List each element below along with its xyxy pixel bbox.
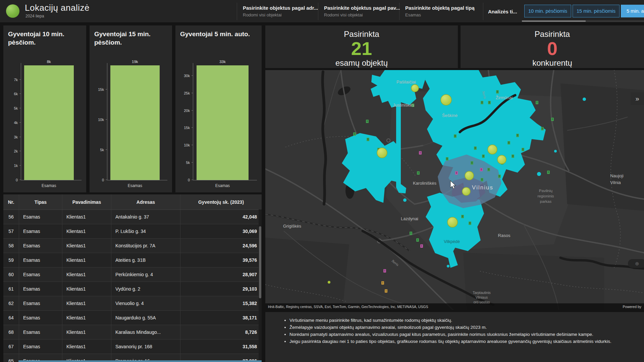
axis-tick-label: 15k (176, 126, 190, 130)
indicator-title: Pasirinkta (344, 29, 379, 39)
table-cell: Klientas1 (62, 224, 111, 238)
filter-label: Pasirinkite objektus pagal pav... (324, 5, 400, 11)
table-cell: 57 (3, 224, 19, 238)
filter-dropdown-type[interactable]: Pasirinkite objektą pagal tipą Esamas (405, 0, 481, 22)
table-cell: 39,576 (180, 253, 262, 267)
forest-area (265, 238, 349, 310)
time-button-15min[interactable]: 15 min. pėsčiomis (573, 5, 620, 17)
bar-value-label: 8k (24, 60, 74, 64)
table-row[interactable]: 67EsamasKlientas1Savanorių pr. 16831,558 (3, 340, 262, 354)
chart-title: Gyventojai 10 min. pėsčiom. (3, 25, 86, 47)
axis-tick (19, 165, 21, 166)
table-body: 56EsamasKlientas1Antakalnio g. 3742,0485… (3, 210, 262, 362)
scrollbar-thumb[interactable] (522, 20, 586, 22)
column-header[interactable]: Adresas (111, 194, 180, 209)
column-header[interactable]: Gyventojų sk. (2023) (180, 194, 262, 209)
map-panel-collapse-button[interactable]: » (631, 92, 644, 105)
divider (483, 3, 483, 20)
time-button-5min-auto[interactable]: 5 min. au (621, 5, 644, 17)
filter-dropdown-address[interactable]: Pasirinkite objektus pagal adr... Rodomi… (243, 0, 318, 22)
table-cell: 67 (3, 340, 19, 354)
table-cell: 42,048 (180, 210, 262, 224)
table-cell: Antakalnio g. 37 (111, 210, 180, 224)
map-label-vilnia: Vilnia (610, 180, 621, 185)
bar-value-label: 19k (110, 60, 160, 64)
map-label-rasos: Rasos (498, 233, 511, 238)
table-cell: Vydūno g. 2 (111, 282, 180, 296)
table-cell: Esamas (19, 267, 62, 282)
axis-tick (19, 122, 21, 123)
column-header[interactable]: Pavadinimas (62, 194, 111, 209)
table-cell: Savanorių pr. 168 (111, 340, 180, 354)
map-label-pasilaiciai: Pašilaičiai (396, 79, 416, 84)
header: Lokacijų analizė 2024 liepa Pasirinkite … (0, 0, 644, 23)
table-row[interactable]: 68EsamasKlientas1Karaliaus Mindaugo...8,… (3, 325, 262, 340)
notes-panel: Viršutiniame meniu pasirinkite filtrus, … (265, 312, 644, 362)
column-header[interactable]: Nr. (3, 194, 19, 209)
scrollbar-thumb[interactable] (259, 226, 261, 298)
axis-tick-label: 5k (176, 161, 190, 165)
indicator-value: 0 (547, 39, 557, 58)
header-horizontal-scrollbar[interactable] (522, 20, 644, 22)
axis-tick (192, 127, 193, 128)
table-cell: Konstitucijos pr. 7A (111, 239, 180, 253)
app-logo-icon (6, 4, 19, 18)
note-item: Norėdami pamatyti aptarnavimo arealus, v… (289, 331, 644, 337)
table-row[interactable]: 60EsamasKlientas1Perkūnkiemio g. 428,907 (3, 267, 262, 282)
chart-panel-15min-walk: Gyventojai 15 min. pėsčiom. 05k10k15k19k… (90, 25, 172, 192)
dashboard: Lokacijų analizė 2024 liepa Pasirinkite … (0, 0, 644, 362)
axis-tick (19, 137, 21, 137)
table-cell: Klientas1 (62, 325, 111, 339)
filter-dropdown-name[interactable]: Pasirinkite objektus pagal pav... Rodomi… (324, 0, 399, 22)
table-row[interactable]: 57EsamasKlientas1P. Lukšio g. 3430,069 (3, 224, 262, 239)
map-canvas[interactable]: Pašilaičiai Justiniškės Šeškinė Žirmūnai… (265, 70, 644, 310)
axis-tick (106, 180, 107, 180)
table-row[interactable]: 58EsamasKlientas1Konstitucijos pr. 7A24,… (3, 239, 262, 253)
map-label-justiniskes: Justiniškės (393, 103, 414, 108)
time-button-10min[interactable]: 10 min. pėsčiomis (524, 5, 571, 17)
table-cell: Klientas1 (62, 282, 111, 296)
table-vertical-scrollbar[interactable] (259, 209, 262, 360)
note-item: Viršutiniame meniu pasirinkite filtrus, … (289, 317, 644, 323)
column-header[interactable]: Tipas (19, 194, 62, 209)
table-row[interactable]: 59EsamasKlientas1Ateities g. 31B39,576 (3, 253, 262, 267)
table-cell: 61 (3, 282, 19, 296)
table-cell: 38,171 (180, 311, 262, 325)
table-cell: Klientas1 (62, 311, 111, 325)
table-row[interactable]: 61EsamasKlientas1Vydūno g. 229,103 (3, 282, 262, 296)
axis-tick (192, 162, 193, 163)
axis-tick (19, 180, 21, 180)
map-control-button[interactable]: ◎ (628, 259, 644, 268)
indicator-value: 21 (351, 39, 372, 58)
table-cell: Klientas1 (62, 253, 111, 267)
axis-tick-label: 7k (4, 78, 18, 82)
axis-tick (106, 89, 107, 89)
table-cell: Klientas1 (62, 340, 111, 354)
map-attribution-text: Hnit-Baltic, Registrų centras, SSVA, Esr… (268, 305, 428, 309)
chart-bar[interactable] (24, 65, 74, 180)
table-cell: 68 (3, 325, 19, 339)
bar-chart-10min: 01k2k3k4k5k6k7k8kEsamas (21, 63, 82, 180)
map-label-seskine: Šeškinė (442, 113, 458, 118)
axis-tick (192, 93, 193, 93)
axis-tick-label: 30k (176, 74, 190, 78)
chart-bar[interactable] (110, 65, 160, 180)
table-row[interactable]: 64EsamasKlientas1Naugarduko g. 55A38,171 (3, 311, 262, 325)
table-cell: Esamas (19, 239, 62, 253)
chart-bar[interactable] (197, 65, 249, 180)
axis-tick (106, 149, 107, 150)
table-cell: Esamas (19, 253, 62, 267)
table-cell: 58 (3, 239, 19, 253)
map-label-naujoji: Naujoji (610, 173, 624, 178)
table-row[interactable]: 56EsamasKlientas1Antakalnio g. 3742,048 (3, 210, 262, 224)
table-row[interactable]: 62EsamasKlientas1Vienuolio g. 415,382 (3, 296, 262, 311)
axis-tick (19, 108, 21, 108)
note-item: Jeigu pasirinkta daugiau nei 1 to paties… (289, 339, 644, 344)
map[interactable]: Pašilaičiai Justiniškės Šeškinė Žirmūnai… (265, 70, 644, 310)
map-label-vilnius: Vilnius (472, 184, 493, 191)
table-cell: 29,103 (180, 282, 262, 296)
table-horizontal-scrollbar[interactable] (18, 360, 262, 362)
axis-tick-label: 2k (4, 149, 18, 153)
table-cell: 64 (3, 311, 19, 325)
table-cell: 8,726 (180, 325, 262, 339)
